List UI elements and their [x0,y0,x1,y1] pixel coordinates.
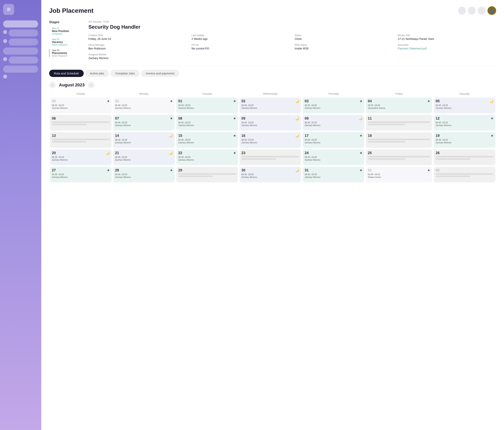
day-num-3-0: 20 [52,151,56,155]
job-section: Stages Step 01 New Position Completed St… [49,20,496,60]
sidebar: ⊞ [0,0,41,430]
header-btn-2[interactable] [468,7,476,15]
day-time-3-0: 06:30 -18:20 [52,156,110,158]
tab-invoice[interactable]: Invoice and payments [141,70,179,77]
cal-day-2-3[interactable]: 16🌙06:30 -18:20Zachary Moreno [240,132,301,148]
day-num-2-6: 19 [436,134,440,138]
placeholder-1-0-2 [52,124,86,125]
tab-active-jobs[interactable]: Active jobs [85,70,109,77]
day-num-1-1: 07 [115,116,119,121]
cal-day-4-1[interactable]: 28☀06:30 -18:20Zachary Moreno [113,167,175,182]
col-thursday: Thursday [302,92,365,97]
day-num-2-2: 15 [178,134,182,138]
cal-day-0-0[interactable]: 30☀06:30 -18:20Zachary Moreno [50,97,112,113]
cal-day-0-6[interactable]: 05🌙06:30 -18:20Zachary Moreno [434,97,495,113]
tabs: Rota and Schedule Active jobs Complete J… [49,70,496,77]
cal-day-1-1[interactable]: 07☀06:30 -18:20Zachary Moreno [113,115,175,131]
day-icon-2-3: 🌙 [295,134,299,138]
cal-day-1-5[interactable]: 11 [366,115,432,131]
cal-day-4-5[interactable]: 01☀06:30 -18:20Shawn Green [366,167,432,182]
cal-day-1-3[interactable]: 09🌙06:30 -18:20Zachary Moreno [240,115,301,131]
day-num-1-2: 08 [178,116,182,121]
sidebar-item-4[interactable] [3,47,38,55]
cal-day-2-6[interactable]: 19☀06:30 -18:20Zachary Moreno [434,132,495,148]
day-icon-0-4: ☀ [360,99,362,103]
sidebar-item-1[interactable] [3,20,38,27]
cal-day-4-0[interactable]: 27☀06:30 -18:20Zachary Moreno [50,167,112,182]
placeholder-1-5-1 [368,121,430,123]
field-value-update: 2 Weeks ago [192,37,290,40]
day-num-2-0: 13 [52,134,56,138]
day-time-3-1: 06:30 -18:20 [115,156,173,158]
cal-day-0-5[interactable]: 04☀06:30 -18:20Jacqueline Garcia [366,97,432,113]
day-worker-3-0: Zachary Moreno [52,159,110,161]
header-btn-1[interactable] [458,7,466,15]
cal-day-0-1[interactable]: 31☀06:30 -18:20Zachary Moreno [113,97,175,113]
page-title: Job Placement [49,7,94,14]
cal-day-3-3[interactable]: 23 [240,149,301,165]
day-icon-1-2: ☀ [233,117,236,120]
col-tuesday: Tuesday [175,92,239,97]
cal-day-3-4[interactable]: 24☀06:30 -18:20Zachary Moreno [303,149,364,165]
calendar-header: ‹ August 2023 › [49,82,496,88]
cal-day-0-4[interactable]: 03☀06:30 -18:20Zachary Moreno [303,97,364,113]
cal-cell-2-2: 15☀06:30 -18:20Zachary Moreno [175,131,239,149]
cal-day-4-6[interactable]: 02 [434,167,495,182]
tab-complete-jobs[interactable]: Complete Jobs [110,70,140,77]
cal-day-0-2[interactable]: 01☀06:30 -18:20Zachary Moreno [176,97,238,113]
placeholder-2-5-2 [368,141,405,142]
sidebar-logo[interactable]: ⊞ [3,4,14,15]
cal-day-2-0[interactable]: 13 [50,132,112,148]
cal-cell-1-1: 07☀06:30 -18:20Zachary Moreno [112,114,176,131]
cal-day-2-2[interactable]: 15☀06:30 -18:20Zachary Moreno [176,132,238,148]
cal-day-1-2[interactable]: 08☀06:30 -18:20Zachary Moreno [176,115,238,131]
cal-day-3-2[interactable]: 22☀06:30 -18:20Zachary Moreno [176,149,238,165]
cal-day-1-0[interactable]: 06 [50,115,112,131]
sidebar-item-6[interactable] [3,66,38,73]
cal-day-0-3[interactable]: 02🌙06:30 -18:20Zachary Moreno [240,97,301,113]
cal-day-2-1[interactable]: 14🌙06:30 -18:20Zachary Moreno [113,132,175,148]
user-avatar[interactable]: 👤 [487,6,496,15]
field-value-doc[interactable]: Payment Statement.pdf [398,47,496,50]
day-time-3-2: 06:30 -18:20 [178,156,236,158]
cal-day-3-5[interactable]: 25 [366,149,432,165]
calendar-prev-button[interactable]: ‹ [49,82,56,88]
job-details: ISS Security - P104 Security Dog Handler… [89,20,496,60]
day-time-0-6: 06:30 -18:20 [436,104,493,106]
field-document: Document Payment Statement.pdf [398,44,496,50]
day-time-0-3: 06:30 -18:20 [242,104,299,106]
header-btn-3[interactable] [478,7,486,15]
field-label-manager: Hiring Manager [89,44,187,46]
cal-day-3-6[interactable]: 26 [434,149,495,165]
cal-cell-1-2: 08☀06:30 -18:20Zachary Moreno [175,114,239,131]
day-num-2-1: 14 [115,134,119,138]
stage-step-2: Step 02 [52,38,81,40]
tab-rota[interactable]: Rota and Schedule [49,70,84,77]
day-icon-4-4: ☀ [360,168,362,172]
day-time-2-4: 06:30 -18:20 [305,139,362,141]
sidebar-item-2[interactable] [9,29,38,36]
cal-cell-1-4: 09🌙06:30 -18:20Zachary Moreno [302,114,365,131]
placeholder-1-5-2 [368,124,405,125]
day-worker-0-0: Zachary Moreno [52,107,110,109]
cal-day-4-2[interactable]: 29 [176,167,238,182]
cal-day-2-4[interactable]: 17☀06:30 -18:20Zachary Moreno [303,132,364,148]
cal-cell-2-1: 14🌙06:30 -18:20Zachary Moreno [112,131,176,149]
placeholder-3-5-1 [368,156,430,158]
day-num-1-6: 12 [436,116,440,121]
calendar-next-button[interactable]: › [88,82,95,88]
cal-day-1-4[interactable]: 09🌙06:30 -18:20Zachary Moreno [303,115,364,131]
field-value-creation: Friday, 28 June 24 [89,37,187,40]
field-value-ir35: Inside IR35 [295,47,393,50]
day-icon-2-2: ☀ [233,134,236,138]
cal-day-1-6[interactable]: 12☀06:30 -18:20Zachary Moreno [434,115,495,131]
cal-day-3-1[interactable]: 21🌙06:30 -18:20Zachary Moreno [113,149,175,165]
day-icon-2-1: 🌙 [169,134,173,138]
sidebar-item-5[interactable] [9,57,38,64]
cal-day-3-0[interactable]: 20🌙06:30 -18:20Zachary Moreno [50,149,112,165]
cal-day-4-3[interactable]: 30🌙06:30 -18:20Zachary Moreno [240,167,301,182]
sidebar-item-3[interactable] [9,38,38,45]
day-worker-2-3: Zachary Moreno [242,141,299,144]
cal-day-4-4[interactable]: 31☀06:30 -18:20Zachary Moreno [303,167,364,182]
cal-day-2-5[interactable]: 18 [366,132,432,148]
